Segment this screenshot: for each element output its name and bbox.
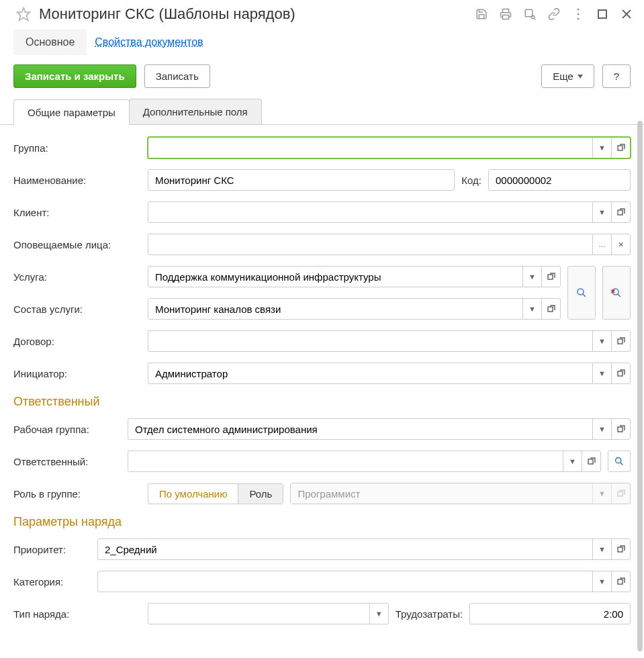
initiator-input[interactable] — [148, 363, 592, 383]
priority-label: Приоритет: — [13, 544, 91, 555]
service-input[interactable] — [148, 267, 522, 287]
effort-input[interactable] — [470, 604, 630, 624]
search-responsible-button[interactable] — [608, 451, 631, 472]
role-value-input — [291, 483, 592, 504]
order-type-field[interactable]: ▼ — [148, 603, 389, 624]
nav-main[interactable]: Основное — [13, 30, 87, 55]
dropdown-icon[interactable]: ▼ — [592, 138, 611, 158]
save-icon[interactable] — [475, 7, 488, 21]
priority-field[interactable]: ▼ — [97, 538, 631, 560]
dropdown-icon[interactable]: ▼ — [369, 604, 388, 624]
category-field[interactable]: ▼ — [97, 571, 631, 592]
open-icon[interactable] — [611, 331, 630, 351]
client-input[interactable] — [148, 202, 592, 222]
effort-field[interactable] — [469, 603, 631, 624]
clear-icon[interactable]: ✕ — [611, 234, 630, 254]
open-icon[interactable] — [541, 299, 560, 319]
dropdown-icon[interactable]: ▼ — [592, 571, 611, 592]
svg-point-3 — [531, 15, 535, 19]
tab-general[interactable]: Общие параметры — [13, 99, 130, 125]
dropdown-icon[interactable]: ▼ — [563, 451, 582, 471]
print-icon[interactable] — [499, 7, 512, 21]
category-input[interactable] — [98, 571, 592, 592]
toolbar: Записать и закрыть Записать Еще ? — [0, 64, 644, 99]
open-icon[interactable] — [611, 202, 630, 222]
save-close-button[interactable]: Записать и закрыть — [13, 64, 136, 88]
contract-field[interactable]: ▼ — [148, 330, 631, 352]
svg-rect-28 — [618, 547, 623, 552]
service-comp-field[interactable]: ▼ — [148, 298, 561, 320]
row-client: Клиент: ▼ — [13, 201, 631, 223]
open-icon[interactable] — [611, 363, 630, 383]
svg-line-4 — [535, 19, 536, 20]
preview-icon[interactable] — [523, 7, 537, 21]
close-icon[interactable] — [620, 7, 633, 21]
workgroup-field[interactable]: ▼ — [128, 418, 631, 440]
clear-service-button[interactable] — [602, 266, 631, 320]
svg-rect-12 — [618, 210, 623, 215]
menu-dots-icon[interactable] — [571, 7, 585, 21]
role-default-toggle[interactable]: По умолчанию — [148, 484, 238, 504]
dropdown-icon[interactable]: ▼ — [522, 299, 541, 319]
save-button[interactable]: Записать — [144, 64, 210, 88]
vertical-scrollbar[interactable] — [637, 121, 643, 651]
open-icon[interactable] — [611, 571, 630, 592]
open-icon[interactable] — [611, 419, 630, 439]
svg-rect-2 — [525, 9, 533, 17]
responsible-field[interactable]: ▼ — [128, 451, 601, 472]
dropdown-icon[interactable]: ▼ — [592, 363, 611, 383]
service-comp-input[interactable] — [148, 299, 522, 319]
row-order-type: Тип наряда: ▼ Трудозатраты: — [13, 603, 631, 624]
name-field[interactable] — [148, 169, 455, 191]
role-role-toggle[interactable]: Роль — [238, 484, 283, 504]
help-button[interactable]: ? — [602, 64, 631, 88]
group-input[interactable] — [148, 138, 592, 158]
open-icon[interactable] — [611, 539, 630, 559]
search-service-button[interactable] — [567, 266, 596, 320]
open-icon[interactable] — [611, 138, 630, 158]
favorite-star-icon[interactable] — [16, 7, 31, 21]
code-input[interactable] — [489, 170, 630, 190]
maximize-icon[interactable] — [596, 7, 609, 21]
responsible-input[interactable] — [128, 451, 563, 471]
open-icon[interactable] — [582, 451, 600, 471]
ellipsis-icon[interactable]: … — [592, 234, 611, 254]
order-type-input[interactable] — [148, 604, 369, 624]
svg-rect-24 — [588, 459, 593, 464]
initiator-field[interactable]: ▼ — [148, 363, 631, 384]
priority-input[interactable] — [98, 539, 592, 559]
dropdown-icon[interactable]: ▼ — [592, 202, 611, 222]
nav-props[interactable]: Свойства документов — [92, 30, 205, 55]
dropdown-icon[interactable]: ▼ — [522, 267, 541, 287]
svg-point-5 — [578, 9, 580, 11]
subtabs: Общие параметры Дополнительные поля — [0, 99, 644, 125]
open-icon[interactable] — [541, 267, 560, 287]
tab-additional[interactable]: Дополнительные поля — [129, 99, 262, 124]
client-field[interactable]: ▼ — [148, 201, 631, 223]
svg-rect-11 — [618, 146, 623, 150]
dropdown-icon[interactable]: ▼ — [592, 331, 611, 351]
notified-input[interactable] — [148, 234, 592, 254]
name-label: Наименование: — [13, 175, 141, 186]
link-icon[interactable] — [547, 7, 561, 21]
code-field[interactable] — [488, 169, 631, 191]
svg-rect-27 — [618, 491, 623, 496]
dropdown-icon[interactable]: ▼ — [592, 539, 611, 559]
svg-point-15 — [578, 289, 584, 295]
svg-point-7 — [578, 18, 580, 20]
contract-input[interactable] — [148, 331, 592, 351]
category-label: Категория: — [13, 576, 91, 588]
dropdown-icon[interactable]: ▼ — [592, 419, 611, 439]
svg-rect-13 — [548, 275, 553, 279]
group-field[interactable]: ▼ — [148, 137, 631, 158]
svg-line-26 — [620, 463, 623, 465]
form-panel: Группа: ▼ Наименование: Код: Клиент: ▼ О… — [0, 125, 644, 637]
more-button[interactable]: Еще — [541, 64, 594, 88]
workgroup-input[interactable] — [128, 419, 592, 439]
service-field[interactable]: ▼ — [148, 266, 561, 287]
svg-rect-8 — [598, 10, 606, 18]
code-label: Код: — [461, 175, 481, 186]
svg-point-6 — [578, 13, 580, 15]
name-input[interactable] — [148, 170, 454, 190]
notified-field[interactable]: … ✕ — [148, 234, 631, 255]
